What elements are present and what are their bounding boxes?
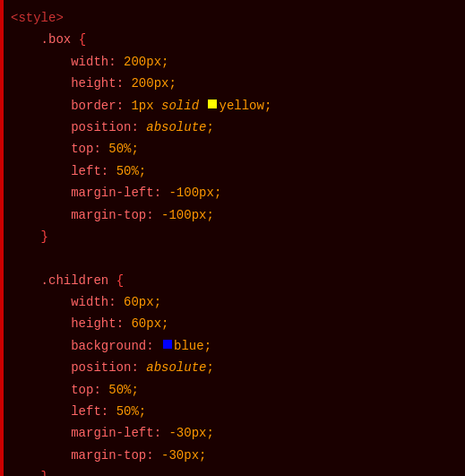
brace-close-box: } [11, 227, 48, 247]
selector-children: .children { [11, 271, 124, 290]
prop-left: left: [11, 161, 116, 181]
line-box-position: position: absolute; [0, 117, 465, 138]
val-children-width: 60px [124, 292, 154, 312]
line-style-open: <style> [0, 7, 465, 29]
val-height: 200px [131, 74, 168, 93]
prop-children-position: position: [11, 358, 146, 377]
line-box-border: border: 1px solid yellow; [0, 95, 465, 117]
line-children-width: width: 60px; [0, 291, 465, 313]
val-margin-top: -100px [161, 205, 206, 225]
val-children-height: 60px [131, 314, 161, 333]
line-box-left: left: 50%; [0, 160, 465, 182]
line-children-margin-top: margin-top: -30px; [0, 445, 465, 466]
prop-height: height: [11, 74, 131, 93]
selector-box: .box { [11, 30, 86, 49]
val-top: 50% [108, 139, 131, 159]
prop-margin-left: margin-left: [11, 183, 168, 203]
color-swatch-blue [163, 340, 172, 349]
tag-style-open: <style> [11, 8, 64, 28]
brace-close-children: } [11, 467, 48, 476]
prop-children-width: width: [11, 292, 124, 312]
line-children-close: } [0, 466, 465, 476]
val-children-left: 50% [116, 402, 139, 421]
val-children-top: 50% [108, 380, 131, 400]
color-swatch-yellow [208, 100, 217, 108]
red-bar-decoration [0, 0, 4, 476]
val-children-margin-left: -30px [168, 423, 206, 443]
line-box-margin-top: margin-top: -100px; [0, 204, 465, 226]
val-children-margin-top: -30px [161, 446, 199, 465]
val-width: 200px [124, 52, 161, 72]
prop-top: top: [11, 139, 108, 159]
prop-children-left: left: [11, 402, 116, 421]
prop-width: width: [11, 52, 124, 72]
val-border-color: yellow [219, 96, 263, 116]
line-children-left: left: 50%; [0, 401, 465, 422]
val-border-style: solid [161, 96, 199, 116]
prop-children-margin-top: margin-top: [11, 446, 161, 465]
val-left: 50% [116, 161, 139, 181]
val-position: absolute [146, 117, 206, 137]
line-children-position: position: absolute; [0, 357, 465, 378]
line-box-selector: .box { [0, 29, 465, 50]
line-box-margin-left: margin-left: -100px; [0, 182, 465, 203]
prop-children-height: height: [11, 314, 131, 333]
line-blank [0, 247, 465, 269]
prop-children-margin-left: margin-left: [11, 423, 168, 443]
line-children-height: height: 60px; [0, 313, 465, 334]
line-children-top: top: 50%; [0, 379, 465, 401]
line-children-margin-left: margin-left: -30px; [0, 422, 465, 444]
prop-border: border: [11, 96, 131, 116]
val-children-bg: blue [174, 336, 204, 356]
val-margin-left: -100px [168, 183, 213, 203]
prop-children-bg: background: [11, 336, 161, 356]
line-children-selector: .children { [0, 270, 465, 291]
val-children-position: absolute [146, 358, 206, 377]
code-block: <style> .box { width: 200px; height: 200… [0, 0, 465, 476]
prop-margin-top: margin-top: [11, 205, 161, 225]
line-box-close: } [0, 226, 465, 247]
line-box-top: top: 50%; [0, 138, 465, 160]
val-border-size: 1px [131, 96, 153, 116]
line-children-bg: background: blue; [0, 335, 465, 357]
line-box-height: height: 200px; [0, 73, 465, 94]
line-box-width: width: 200px; [0, 51, 465, 73]
prop-children-top: top: [11, 380, 108, 400]
prop-position: position: [11, 117, 146, 137]
